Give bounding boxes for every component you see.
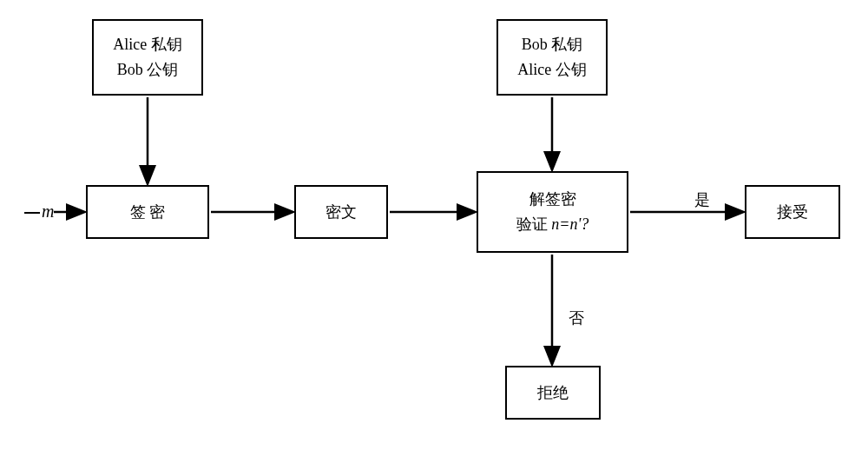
accept-label: 接受 [777,200,808,225]
reject-label: 拒绝 [537,381,569,406]
accept-box: 接受 [745,185,840,239]
bob-public-key: Bob 公钥 [117,57,179,83]
cipher-box: 密文 [294,185,388,239]
verify-line: 验证 n=n'? [516,212,589,237]
unsigncrypt-box: 解签密 验证 n=n'? [477,171,628,253]
reject-box: 拒绝 [505,366,601,420]
alice-public-key: Alice 公钥 [517,57,586,83]
keys-left: Alice 私钥 Bob 公钥 [92,19,203,96]
signcrypt-box: 签 密 [86,185,209,239]
unsigncrypt-label: 解签密 [529,187,576,212]
no-label: 否 [569,308,584,328]
bob-private-key: Bob 私钥 [522,32,583,57]
signcrypt-label: 签 密 [130,200,166,225]
yes-label: 是 [694,189,710,210]
cipher-label: 密文 [326,200,357,225]
keys-right: Bob 私钥 Alice 公钥 [496,19,608,96]
input-m-label: m [24,202,54,222]
alice-private-key: Alice 私钥 [113,32,181,57]
